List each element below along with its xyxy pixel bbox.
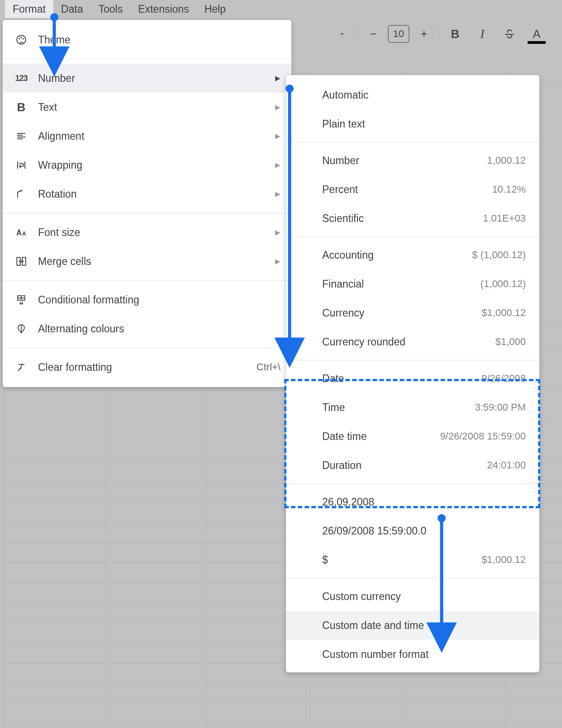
menu-format[interactable]: Format [5,0,53,18]
svg-point-3 [23,38,24,39]
shortcut-label: Ctrl+\ [257,361,281,373]
svg-point-2 [20,37,22,38]
number-format-recent-1[interactable]: 26.09.2008 [286,487,539,516]
number-format-custom-currency[interactable]: Custom currency [286,582,539,611]
format-theme[interactable]: Theme [3,25,291,54]
rotation-icon [14,186,29,202]
font-size-value: 10 [393,28,404,40]
number-format-time[interactable]: Time 3:59:00 PM [286,393,539,422]
align-icon [14,128,29,144]
number-submenu: Automatic Plain text Number 1,000.12 Per… [286,75,539,672]
clear-formatting-icon [14,359,29,375]
font-size-input[interactable]: 10 [388,25,410,43]
number-format-custom-date-time[interactable]: Custom date and time [286,611,539,640]
submenu-arrow-icon: ▶ [275,103,281,111]
submenu-arrow-icon: ▶ [275,228,281,236]
number-format-percent[interactable]: Percent 10.12% [286,175,539,204]
format-wrapping[interactable]: Wrapping ▶ [3,151,291,180]
format-merge-cells[interactable]: Merge cells ▶ [3,247,291,276]
font-dropdown-button[interactable] [329,21,356,47]
font-size-icon [14,225,29,240]
toolbar-separator [439,25,440,43]
merge-cells-icon [14,254,29,269]
svg-point-1 [19,38,20,39]
format-dropdown: Theme 123 Number ▶ B Text ▶ Alignment ▶ … [3,20,291,387]
wrap-icon [14,157,29,173]
number-format-scientific[interactable]: Scientific 1.01E+03 [286,204,539,233]
format-alignment[interactable]: Alignment ▶ [3,122,291,151]
conditional-formatting-icon [14,292,29,307]
format-font-size[interactable]: Font size ▶ [3,218,291,247]
format-alternating-colours[interactable]: Alternating colours [3,314,291,343]
menu-data[interactable]: Data [53,0,91,18]
number-format-plain-text[interactable]: Plain text [286,109,539,138]
number-format-currency-rounded[interactable]: Currency rounded $1,000 [286,327,539,356]
submenu-arrow-icon: ▶ [275,74,281,82]
format-number[interactable]: 123 Number ▶ [3,64,291,93]
alternating-colours-icon [14,321,29,336]
increase-font-size-button[interactable] [410,21,438,47]
submenu-arrow-icon: ▶ [275,161,281,169]
menu-extensions[interactable]: Extensions [130,0,197,18]
number-format-date[interactable]: Date 9/26/2008 [286,364,539,393]
number-format-recent-2[interactable]: 26/09/2008 15:59:00.0 [286,516,539,545]
submenu-arrow-icon: ▶ [275,257,281,265]
format-clear-formatting[interactable]: Clear formatting Ctrl+\ [3,353,291,382]
number-format-automatic[interactable]: Automatic [286,80,539,109]
palette-icon [14,32,29,47]
number-format-recent-3[interactable]: $ $1,000.12 [286,545,539,574]
svg-point-0 [17,35,26,44]
number-format-duration[interactable]: Duration 24:01:00 [286,451,539,480]
toolbar-separator [357,25,358,43]
number-format-currency[interactable]: Currency $1,000.12 [286,298,539,327]
submenu-arrow-icon: ▶ [275,132,281,140]
strikethrough-button[interactable] [496,21,523,47]
menubar-items: Format Data Tools Extensions Help [5,0,233,18]
format-text[interactable]: B Text ▶ [3,93,291,122]
toolbar-cluster: 10 B I A [329,18,550,50]
number-format-financial[interactable]: Financial (1,000.12) [286,269,539,298]
number-format-custom-number-format[interactable]: Custom number format [286,640,539,669]
number-format-datetime[interactable]: Date time 9/26/2008 15:59:00 [286,422,539,451]
number-icon: 123 [14,71,29,86]
format-rotation[interactable]: Rotation ▶ [3,180,291,208]
text-color-button[interactable]: A [523,21,550,47]
format-conditional-formatting[interactable]: Conditional formatting [3,285,291,314]
number-format-number[interactable]: Number 1,000.12 [286,146,539,175]
bold-button[interactable]: B [442,21,469,47]
bold-icon: B [14,99,29,115]
italic-button[interactable]: I [469,21,496,47]
menu-tools[interactable]: Tools [90,0,130,18]
decrease-font-size-button[interactable] [360,21,387,47]
submenu-arrow-icon: ▶ [275,190,281,198]
number-format-accounting[interactable]: Accounting $ (1,000.12) [286,241,539,269]
menu-help[interactable]: Help [197,0,233,18]
